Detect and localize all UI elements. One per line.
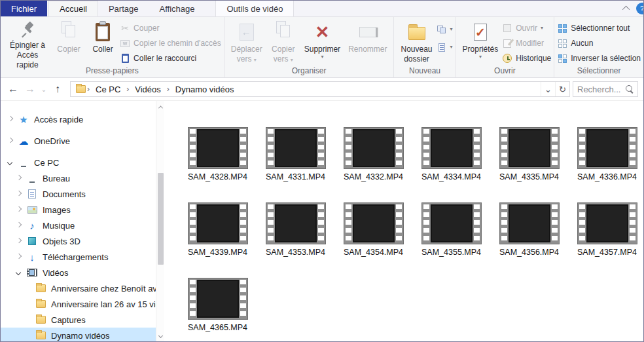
move-to-button[interactable]: Déplacer vers ▾ — [227, 18, 266, 66]
sidebar-item-anniversaire-chez-beno-t-avec-fere[interactable]: Anniversaire chez Benoît avec Fere — [1, 280, 164, 296]
back-button[interactable]: ← — [5, 81, 22, 97]
file-item[interactable]: SAM_4353.MP4 — [257, 202, 334, 278]
video-thumbnail-filmstrip — [577, 127, 637, 169]
video-frame — [431, 204, 473, 242]
copy-path-button[interactable]: W Copier le chemin d'accès — [120, 37, 221, 49]
rename-button[interactable]: Renommer — [344, 18, 391, 66]
recent-locations-icon[interactable]: ⌄ — [39, 81, 49, 97]
forward-button[interactable]: → — [22, 81, 39, 97]
video-frame — [197, 129, 239, 167]
tree-chevron-icon[interactable] — [16, 254, 22, 260]
copy-to-icon — [276, 21, 291, 43]
sidebar-item-label: Bureau — [43, 174, 70, 183]
minimize-ribbon-icon[interactable] — [622, 6, 630, 13]
tree-chevron-icon[interactable] — [16, 238, 22, 244]
sidebar-item-vid-os[interactable]: Vidéos — [1, 265, 164, 280]
sidebar-item-objets-3d[interactable]: Objets 3D — [1, 233, 164, 249]
video-frame — [353, 204, 395, 242]
tree-chevron-icon[interactable] — [16, 206, 22, 213]
sidebar-item-acc-s-rapide[interactable]: ★Accès rapide — [1, 111, 164, 127]
file-name: SAM_4334.MP4 — [421, 172, 481, 181]
sidebar-item-captures[interactable]: Captures — [1, 312, 164, 328]
select-none-button[interactable]: Aucun — [557, 37, 641, 49]
file-item[interactable]: SAM_4356.MP4 — [490, 202, 568, 278]
file-item[interactable]: SAM_4335.MP4 — [490, 127, 568, 202]
address-bar: ← → ⌄ ↑ › Ce PC › Vidéos › Dynamo vidéos… — [1, 78, 643, 101]
cut-button[interactable]: ✂ Couper — [120, 22, 221, 34]
file-item[interactable]: SAM_4331.MP4 — [257, 127, 334, 202]
file-item[interactable]: SAM_4334.MP4 — [412, 127, 490, 202]
music-icon: ♪ — [26, 220, 38, 231]
tab-outils-de-video[interactable]: Outils de vidéo — [215, 1, 294, 16]
history-icon — [502, 53, 512, 64]
file-item[interactable]: SAM_4354.MP4 — [334, 202, 412, 278]
file-item[interactable]: SAM_4336.MP4 — [568, 127, 643, 202]
tree-chevron-icon[interactable] — [7, 116, 14, 123]
edit-button[interactable]: Modifier — [502, 37, 551, 49]
select-all-button[interactable]: Sélectionner tout — [557, 22, 641, 34]
tree-chevron-icon[interactable] — [16, 269, 22, 276]
file-list-pane: SAM_4328.MP4SAM_4331.MP4SAM_4332.MP4SAM_… — [164, 101, 643, 341]
sidebar-item-dynamo-vid-os[interactable]: Dynamo vidéos — [1, 328, 164, 341]
sidebar-item-bureau[interactable]: Bureau — [1, 170, 164, 186]
scrollbar-thumb[interactable] — [158, 173, 164, 265]
file-item[interactable]: SAM_4332.MP4 — [334, 127, 412, 202]
tree-chevron-icon[interactable] — [16, 222, 22, 229]
tree-chevron-icon[interactable] — [7, 159, 14, 166]
tree-spacer — [24, 332, 31, 339]
sidebar-item-t-l-chargements[interactable]: ↓Téléchargements — [1, 249, 164, 265]
scroll-up-icon[interactable] — [156, 102, 164, 111]
file-item[interactable]: SAM_4355.MP4 — [412, 202, 490, 278]
video-frame — [586, 204, 628, 242]
video-frame — [509, 129, 550, 167]
sidebar-item-onedrive[interactable]: ☁OneDrive — [1, 133, 164, 149]
help-icon[interactable]: ? — [636, 3, 644, 14]
video-thumbnail-filmstrip — [344, 127, 404, 169]
file-name: SAM_4335.MP4 — [499, 172, 559, 181]
new-folder-button[interactable]: Nouveau dossier — [397, 18, 436, 66]
address-dropdown-icon[interactable]: ⌄ — [541, 82, 555, 96]
tree-chevron-icon[interactable] — [7, 138, 14, 144]
file-item[interactable]: SAM_4339.MP4 — [179, 202, 257, 278]
breadcrumb-dynamo-videos[interactable]: Dynamo vidéos — [171, 85, 239, 94]
folder-icon — [35, 314, 46, 325]
sidebar-item-images[interactable]: Images — [1, 202, 164, 218]
properties-button[interactable]: Propriétés ▾ — [459, 18, 503, 66]
sidebar-item-musique[interactable]: ♪Musique — [1, 218, 164, 233]
sidebar-item-documents[interactable]: Documents — [1, 186, 164, 202]
tree-spacer — [24, 316, 31, 323]
easy-access-button[interactable]: ▾ — [437, 41, 453, 53]
file-item[interactable]: SAM_4328.MP4 — [179, 127, 257, 202]
tab-affichage[interactable]: Affichage — [149, 1, 205, 16]
search-box[interactable]: Recherch... — [573, 81, 638, 97]
sidebar-item-ce-pc[interactable]: Ce PC — [1, 155, 164, 170]
refresh-icon[interactable]: ↻ — [555, 82, 569, 96]
file-item[interactable]: SAM_4365.MP4 — [179, 278, 257, 341]
sidebar-item-anniversaire-lan-26-av-15-vid-os[interactable]: Anniversaire lan 26 av 15 vidéos — [1, 296, 164, 312]
paste-shortcut-button[interactable]: Coller le raccourci — [120, 52, 221, 64]
copy-button[interactable]: Copier — [52, 18, 86, 66]
scroll-down-icon[interactable] — [156, 331, 164, 340]
open-button[interactable]: Ouvrir ▾ — [502, 22, 551, 34]
video-frame — [275, 129, 317, 167]
new-item-button[interactable]: ▾ — [437, 24, 453, 35]
copy-to-button[interactable]: Copier vers ▾ — [266, 18, 300, 66]
pin-to-quick-access-button[interactable]: Épingler à Accès rapide — [3, 18, 52, 66]
sidebar-scrollbar[interactable] — [156, 101, 164, 341]
tab-partage[interactable]: Partage — [98, 1, 149, 16]
breadcrumb-videos[interactable]: Vidéos — [130, 85, 166, 94]
history-button[interactable]: Historique — [502, 52, 551, 64]
file-name: SAM_4365.MP4 — [188, 323, 247, 332]
invert-selection-button[interactable]: Inverser la sélection — [557, 52, 641, 64]
file-item[interactable]: SAM_4357.MP4 — [568, 202, 643, 278]
tree-chevron-icon[interactable] — [16, 191, 22, 197]
tab-accueil[interactable]: Accueil — [48, 1, 98, 16]
video-frame — [275, 204, 317, 242]
breadcrumb-ce-pc[interactable]: Ce PC — [91, 85, 125, 94]
breadcrumb[interactable]: › Ce PC › Vidéos › Dynamo vidéos ⌄ ↻ — [70, 81, 570, 97]
tab-fichier[interactable]: Fichier — [1, 1, 47, 16]
paste-button[interactable]: Coller — [86, 18, 120, 66]
tree-chevron-icon[interactable] — [16, 175, 22, 181]
delete-button[interactable]: ✕ Supprimer ▾ — [300, 18, 344, 66]
up-button[interactable]: ↑ — [49, 81, 66, 97]
